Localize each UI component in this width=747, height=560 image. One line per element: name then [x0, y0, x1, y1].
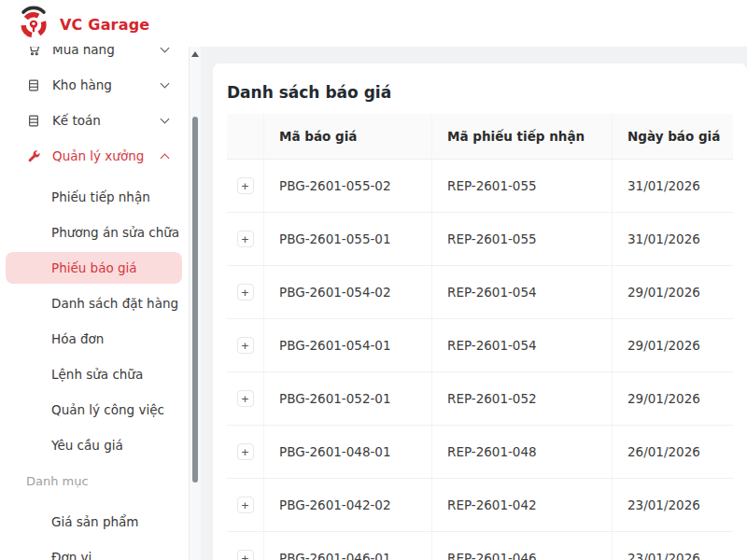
- sidebar-subitem-yeu-cau-gia[interactable]: Yêu cầu giá: [0, 427, 189, 463]
- quote-date-cell: 23/01/2026: [613, 532, 733, 560]
- scrollbar-thumb[interactable]: [192, 117, 198, 483]
- reception-code-cell: REP-2601-054: [432, 266, 613, 318]
- quote-code-cell: PBG-2601-042-02: [264, 479, 432, 531]
- warehouse-icon: [26, 78, 41, 92]
- scrollbar-up-arrow-icon[interactable]: [191, 51, 199, 57]
- expand-row-button[interactable]: +: [237, 497, 254, 513]
- sidebar-subitem-phieu-tiep-nhan[interactable]: Phiếu tiếp nhận: [0, 179, 189, 215]
- table-row: +PBG-2601-054-01REP-2601-05429/01/2026: [227, 319, 733, 372]
- sidebar-subitem-label: Giá sản phẩm: [51, 514, 138, 529]
- table-body: +PBG-2601-055-02REP-2601-05531/01/2026+P…: [227, 160, 733, 560]
- brand-name: VC Garage: [60, 16, 149, 34]
- expand-cell: +: [227, 160, 264, 212]
- quote-code-cell: PBG-2601-052-01: [264, 372, 432, 425]
- expand-row-button[interactable]: +: [237, 443, 254, 460]
- sidebar-subitem-danh-sach-at-hang[interactable]: Danh sách đặt hàng: [0, 286, 189, 321]
- expand-row-button[interactable]: +: [237, 337, 254, 354]
- garage-gear-logo-icon: [15, 4, 52, 45]
- quote-date-cell: 29/01/2026: [613, 372, 733, 425]
- expand-cell: +: [227, 426, 264, 478]
- sidebar-menu: Mua hàngKho hàngKế toánQuản lý xưởngPhiế…: [0, 47, 189, 560]
- sidebar-subitem-quan-ly-cong-viec[interactable]: Quản lý công việc: [0, 392, 189, 427]
- sidebar-item-kho-hang[interactable]: Kho hàng: [0, 67, 189, 103]
- quote-code-cell: PBG-2601-054-01: [264, 319, 432, 371]
- expand-row-button[interactable]: +: [237, 177, 254, 194]
- table-row: +PBG-2601-052-01REP-2601-05229/01/2026: [227, 372, 733, 426]
- app-header: VC Garage: [0, 0, 747, 47]
- reception-code-cell: REP-2601-055: [432, 160, 613, 212]
- expand-row-button[interactable]: +: [237, 231, 254, 247]
- reception-code-cell: REP-2601-054: [432, 319, 613, 371]
- sidebar-subitem-label: Yêu cầu giá: [51, 438, 123, 453]
- table-row: +PBG-2601-055-01REP-2601-05531/01/2026: [227, 213, 733, 266]
- table-row: +PBG-2601-042-02REP-2601-04223/01/2026: [227, 479, 733, 532]
- table-row: +PBG-2601-054-02REP-2601-05429/01/2026: [227, 266, 733, 319]
- sidebar-item-ke-toan[interactable]: Kế toán: [0, 103, 189, 138]
- sidebar-subitem-label: Hóa đơn: [51, 331, 104, 346]
- wrench-icon: [26, 149, 41, 163]
- sidebar-section-label: Danh mục: [26, 474, 89, 488]
- expand-row-button[interactable]: +: [237, 284, 254, 301]
- reception-code-cell: REP-2601-046: [432, 532, 613, 560]
- table-row: +PBG-2601-048-01REP-2601-04826/01/2026: [227, 426, 733, 479]
- sidebar-item-label: Kế toán: [52, 113, 150, 128]
- table-row: +PBG-2601-055-02REP-2601-05531/01/2026: [227, 160, 733, 213]
- reception-code-cell: REP-2601-042: [432, 479, 613, 531]
- chevron-down-icon: [161, 79, 170, 89]
- quote-code-cell: PBG-2601-054-02: [264, 266, 432, 318]
- quote-date-cell: 31/01/2026: [613, 213, 733, 265]
- sidebar: Mua hàngKho hàngKế toánQuản lý xưởngPhiế…: [0, 47, 189, 560]
- expand-cell: +: [227, 372, 264, 425]
- sidebar-subitem-phuong-an-sua-chua[interactable]: Phương án sửa chữa: [0, 215, 189, 250]
- sidebar-subitem--on-vi[interactable]: Đơn vị: [0, 539, 189, 560]
- chevron-down-icon: [161, 47, 170, 52]
- header-expand-column: [227, 114, 264, 159]
- sidebar-subitem-phieu-bao-gia[interactable]: Phiếu báo giá: [0, 250, 189, 286]
- quotation-table: Mã báo giá Mã phiếu tiếp nhận Ngày báo g…: [227, 114, 733, 560]
- sidebar-subitem-label: Danh sách đặt hàng: [51, 296, 178, 311]
- page-title: Danh sách báo giá: [227, 80, 733, 105]
- quote-code-cell: PBG-2601-048-01: [264, 426, 432, 478]
- sidebar-subitem-label: Lệnh sửa chữa: [51, 367, 143, 382]
- quote-code-cell: PBG-2601-055-02: [264, 160, 432, 212]
- expand-row-button[interactable]: +: [237, 550, 254, 560]
- quote-date-cell: 29/01/2026: [613, 266, 733, 318]
- sidebar-item-label: Kho hàng: [52, 77, 150, 92]
- sidebar-subitem-label: Đơn vị: [51, 550, 92, 560]
- sidebar-subitem-label: Phiếu báo giá: [51, 260, 137, 275]
- sidebar-item-label: Mua hàng: [52, 47, 150, 57]
- quote-code-cell: PBG-2601-055-01: [264, 213, 432, 265]
- header-ma-phieu-tiep-nhan: Mã phiếu tiếp nhận: [432, 114, 613, 159]
- sidebar-subitem-lenh-sua-chua[interactable]: Lệnh sửa chữa: [0, 357, 189, 392]
- table-header-row: Mã báo giá Mã phiếu tiếp nhận Ngày báo g…: [227, 114, 733, 160]
- sidebar-subitem-hoa-on[interactable]: Hóa đơn: [0, 321, 189, 357]
- table-row: +PBG-2601-046-01REP-2601-04623/01/2026: [227, 532, 733, 560]
- sidebar-subitem-gia-san-pham[interactable]: Giá sản phẩm: [0, 504, 189, 539]
- sidebar-subitem-label: Quản lý công việc: [51, 402, 164, 417]
- cart-icon: [26, 47, 41, 57]
- sidebar-item-mua-hang[interactable]: Mua hàng: [0, 47, 189, 67]
- sidebar-subitem-label: Phương án sửa chữa: [51, 225, 179, 240]
- expand-cell: +: [227, 266, 264, 318]
- sidebar-subitem-label: Phiếu tiếp nhận: [51, 189, 150, 204]
- brand-logo[interactable]: VC Garage: [15, 4, 149, 45]
- header-ngay-bao-gia: Ngày báo giá: [613, 114, 733, 159]
- quote-date-cell: 23/01/2026: [613, 479, 733, 531]
- sidebar-item-quan-ly-xuong[interactable]: Quản lý xưởng: [0, 138, 189, 174]
- ledger-icon: [26, 114, 41, 128]
- expand-cell: +: [227, 319, 264, 371]
- quote-code-cell: PBG-2601-046-01: [264, 532, 432, 560]
- chevron-down-icon: [161, 115, 170, 124]
- reception-code-cell: REP-2601-052: [432, 372, 613, 425]
- sidebar-section-danh-muc: Danh mục: [0, 463, 189, 498]
- sidebar-item-label: Quản lý xưởng: [52, 148, 150, 163]
- expand-row-button[interactable]: +: [237, 390, 254, 407]
- reception-code-cell: REP-2601-055: [432, 213, 613, 265]
- sidebar-scrollbar[interactable]: [189, 47, 201, 560]
- main-content: Danh sách báo giá Mã báo giá Mã phiếu ti…: [201, 47, 747, 560]
- reception-code-cell: REP-2601-048: [432, 426, 613, 478]
- quote-date-cell: 31/01/2026: [613, 160, 733, 212]
- expand-cell: +: [227, 479, 264, 531]
- quotation-card: Danh sách báo giá Mã báo giá Mã phiếu ti…: [213, 63, 747, 560]
- quote-date-cell: 26/01/2026: [613, 426, 733, 478]
